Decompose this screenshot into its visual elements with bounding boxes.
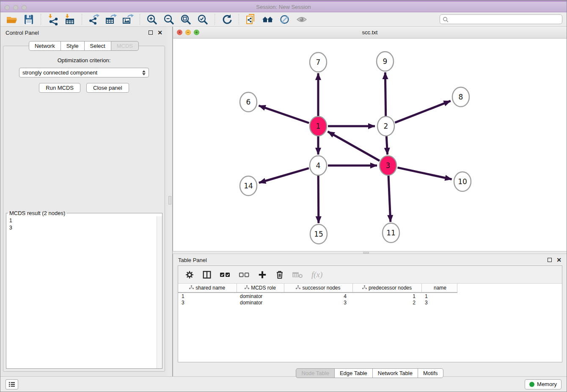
minimize-window-icon[interactable] — [13, 5, 18, 10]
table-row[interactable]: 1dominator411 — [178, 293, 457, 299]
table-tab-motifs[interactable]: Motifs — [418, 368, 443, 378]
zoom-fit-icon[interactable] — [179, 13, 193, 26]
table-tab-network-table[interactable]: Network Table — [372, 368, 418, 378]
cell-name[interactable]: 1 — [421, 293, 457, 299]
graph-edge-3-11[interactable] — [388, 175, 391, 222]
table-panel-header: Table Panel ✕ — [173, 254, 567, 266]
export-image-icon[interactable] — [121, 13, 135, 26]
network-canvas[interactable]: 7968124314101511 — [173, 39, 567, 251]
close-window-icon[interactable] — [5, 5, 10, 10]
table-tab-node-table[interactable]: Node Table — [296, 368, 335, 378]
graph-node-3[interactable]: 3 — [380, 156, 396, 175]
search-input[interactable] — [450, 17, 559, 22]
open-session-icon[interactable] — [5, 13, 19, 26]
column-header-successor-nodes[interactable]: successor nodes — [284, 284, 352, 293]
export-network-icon[interactable] — [87, 13, 101, 26]
graph-node-2[interactable]: 2 — [377, 116, 394, 136]
main-toolbar — [0, 12, 567, 27]
graph-node-6[interactable]: 6 — [240, 92, 257, 112]
cell-name[interactable]: 3 — [421, 299, 457, 306]
network-close-icon[interactable]: × — [177, 30, 182, 35]
cell-successor-nodes[interactable]: 4 — [284, 293, 352, 299]
close-table-panel-icon[interactable]: ✕ — [556, 258, 561, 262]
titlebar: Session: New Session — [0, 0, 567, 12]
graph-edge-3-10[interactable] — [397, 168, 451, 179]
graph-node-9[interactable]: 9 — [377, 52, 394, 71]
clone-network-icon[interactable] — [244, 13, 258, 26]
apply-layout-icon[interactable] — [220, 13, 234, 26]
graph-node-7[interactable]: 7 — [310, 52, 327, 72]
tab-mcds[interactable]: MCDS — [111, 41, 139, 51]
graph-node-4[interactable]: 4 — [310, 156, 327, 175]
graph-edge-4-14[interactable] — [259, 168, 309, 182]
graph-edge-2-8[interactable] — [395, 101, 450, 122]
run-mcds-button[interactable]: Run MCDS — [39, 83, 80, 93]
graph-node-10[interactable]: 10 — [454, 172, 471, 191]
tab-style[interactable]: Style — [61, 41, 85, 51]
cell-successor-nodes[interactable]: 3 — [284, 299, 352, 306]
tab-select[interactable]: Select — [84, 41, 111, 51]
horizontal-splitter[interactable] — [173, 251, 567, 254]
optimization-criterion-dropdown[interactable]: strongly connected component — [19, 68, 149, 77]
graph-node-14[interactable]: 14 — [240, 176, 257, 196]
search-field[interactable] — [440, 14, 562, 24]
mcds-result-list[interactable]: 1 3 — [6, 216, 162, 368]
graphics-details-icon[interactable] — [278, 13, 292, 26]
add-column-icon[interactable] — [258, 270, 267, 279]
graph-edge-2-3[interactable] — [386, 136, 387, 155]
cell-mcds-role[interactable]: dominator — [237, 293, 284, 299]
column-header-name[interactable]: name — [421, 284, 457, 293]
zoom-out-icon[interactable] — [162, 13, 176, 26]
delete-table-icon — [292, 271, 303, 279]
horizontal-splitter-handle[interactable] — [363, 252, 369, 254]
hierarchy-icon — [296, 285, 300, 290]
task-history-button[interactable] — [6, 379, 18, 389]
save-session-icon[interactable] — [22, 13, 36, 26]
table-settings-icon[interactable] — [185, 270, 194, 279]
vertical-splitter-handle[interactable] — [168, 196, 171, 204]
maximize-window-icon[interactable] — [22, 5, 27, 10]
table-row[interactable]: 3dominator323 — [178, 299, 457, 306]
network-maximize-icon[interactable]: + — [194, 30, 199, 35]
cell-mcds-role[interactable]: dominator — [237, 299, 284, 306]
graph-edge-3-1[interactable] — [328, 132, 380, 161]
graph-node-15[interactable]: 15 — [310, 224, 327, 244]
graph-edge-2-9[interactable] — [385, 72, 385, 116]
gear-icon — [185, 270, 194, 279]
import-network-icon[interactable] — [46, 13, 60, 26]
column-chooser-icon[interactable] — [202, 270, 212, 279]
network-minimize-icon[interactable]: − — [185, 30, 191, 35]
vertical-splitter[interactable] — [168, 27, 173, 377]
zoom-selected-icon[interactable] — [195, 13, 210, 26]
export-table-icon[interactable] — [104, 13, 118, 26]
zoom-in-icon[interactable] — [145, 13, 159, 26]
float-panel-icon[interactable] — [149, 30, 153, 35]
close-panel-button[interactable]: Close panel — [86, 83, 129, 93]
deselect-all-icon[interactable] — [239, 271, 250, 279]
float-table-panel-icon[interactable] — [548, 258, 552, 262]
delete-column-icon[interactable] — [275, 270, 284, 279]
graph-edge-1-6[interactable] — [259, 105, 309, 123]
table-tab-edge-table[interactable]: Edge Table — [334, 368, 373, 378]
tab-network[interactable]: Network — [29, 41, 61, 51]
graph-node-11[interactable]: 11 — [383, 223, 399, 243]
node-table-scroll-area[interactable]: shared nameMCDS rolesuccessor nodesprede… — [178, 284, 562, 362]
result-scrollbar[interactable] — [157, 216, 162, 368]
cell-predecessor-nodes[interactable]: 2 — [352, 299, 421, 306]
hierarchy-icon — [245, 285, 249, 290]
houses-icon[interactable] — [261, 13, 275, 26]
select-all-icon[interactable] — [220, 271, 231, 279]
column-header-mcds-role[interactable]: MCDS role — [237, 284, 284, 293]
column-header-shared-name[interactable]: shared name — [178, 284, 237, 293]
memory-button[interactable]: Memory — [525, 379, 561, 389]
svg-text:1: 1 — [316, 122, 321, 130]
graph-node-1[interactable]: 1 — [310, 116, 327, 136]
close-panel-icon[interactable]: ✕ — [157, 30, 162, 35]
graph-node-8[interactable]: 8 — [452, 87, 469, 107]
import-table-icon[interactable] — [63, 13, 77, 26]
column-header-predecessor-nodes[interactable]: predecessor nodes — [352, 284, 421, 293]
graph-edge-4-15[interactable] — [318, 175, 319, 223]
cell-shared-name[interactable]: 1 — [178, 293, 237, 299]
cell-predecessor-nodes[interactable]: 1 — [352, 293, 421, 299]
cell-shared-name[interactable]: 3 — [178, 299, 237, 306]
